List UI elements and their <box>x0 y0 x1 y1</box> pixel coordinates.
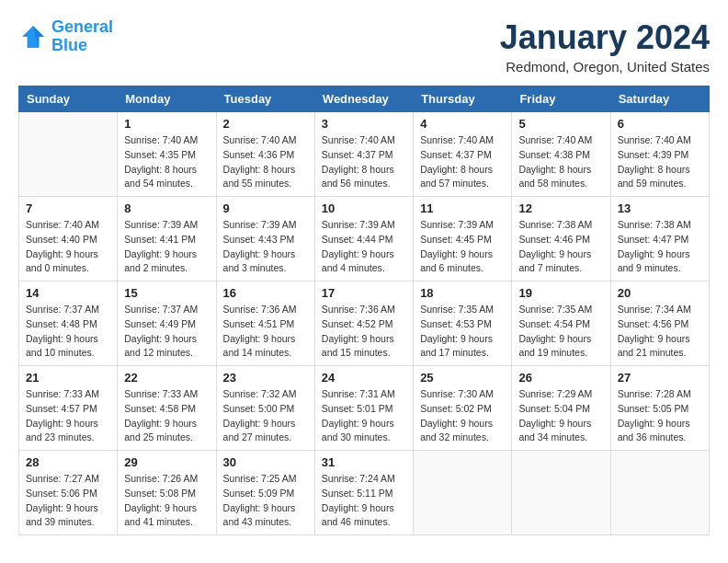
weekday-header-wednesday: Wednesday <box>314 86 413 112</box>
day-info: Sunrise: 7:39 AM Sunset: 4:45 PM Dayligh… <box>420 218 505 276</box>
day-info: Sunrise: 7:40 AM Sunset: 4:37 PM Dayligh… <box>420 133 505 191</box>
calendar-cell: 22Sunrise: 7:33 AM Sunset: 4:58 PM Dayli… <box>118 366 216 451</box>
day-info: Sunrise: 7:31 AM Sunset: 5:01 PM Dayligh… <box>322 387 406 445</box>
calendar-cell: 20Sunrise: 7:34 AM Sunset: 4:56 PM Dayli… <box>610 282 709 366</box>
day-number: 18 <box>420 286 505 300</box>
day-info: Sunrise: 7:39 AM Sunset: 4:43 PM Dayligh… <box>223 218 308 276</box>
calendar-cell: 7Sunrise: 7:40 AM Sunset: 4:40 PM Daylig… <box>19 197 118 282</box>
day-number: 25 <box>420 371 505 385</box>
weekday-header-friday: Friday <box>512 86 610 112</box>
week-row-4: 21Sunrise: 7:33 AM Sunset: 4:57 PM Dayli… <box>19 366 710 451</box>
logo-icon <box>18 22 48 52</box>
calendar-cell: 9Sunrise: 7:39 AM Sunset: 4:43 PM Daylig… <box>216 197 314 282</box>
weekday-header-monday: Monday <box>118 86 216 112</box>
day-info: Sunrise: 7:40 AM Sunset: 4:37 PM Dayligh… <box>322 133 406 191</box>
calendar-cell <box>610 451 709 535</box>
calendar-cell: 13Sunrise: 7:38 AM Sunset: 4:47 PM Dayli… <box>610 197 709 282</box>
day-number: 30 <box>223 455 308 469</box>
day-info: Sunrise: 7:35 AM Sunset: 4:54 PM Dayligh… <box>518 303 603 361</box>
day-number: 1 <box>124 117 209 131</box>
day-info: Sunrise: 7:24 AM Sunset: 5:11 PM Dayligh… <box>322 472 406 530</box>
calendar-cell: 27Sunrise: 7:28 AM Sunset: 5:05 PM Dayli… <box>610 366 709 451</box>
day-number: 6 <box>618 117 702 131</box>
calendar-cell: 11Sunrise: 7:39 AM Sunset: 4:45 PM Dayli… <box>414 197 512 282</box>
day-info: Sunrise: 7:40 AM Sunset: 4:35 PM Dayligh… <box>124 133 209 191</box>
calendar-cell: 31Sunrise: 7:24 AM Sunset: 5:11 PM Dayli… <box>314 451 413 535</box>
calendar-table: SundayMondayTuesdayWednesdayThursdayFrid… <box>18 86 710 535</box>
day-info: Sunrise: 7:40 AM Sunset: 4:36 PM Dayligh… <box>223 133 308 191</box>
day-info: Sunrise: 7:33 AM Sunset: 4:57 PM Dayligh… <box>26 387 110 445</box>
day-number: 3 <box>322 117 406 131</box>
day-number: 17 <box>322 286 406 300</box>
day-number: 29 <box>124 455 209 469</box>
day-info: Sunrise: 7:38 AM Sunset: 4:46 PM Dayligh… <box>518 218 603 276</box>
calendar-cell: 1Sunrise: 7:40 AM Sunset: 4:35 PM Daylig… <box>118 112 216 197</box>
day-number: 10 <box>322 201 406 215</box>
calendar-cell: 10Sunrise: 7:39 AM Sunset: 4:44 PM Dayli… <box>314 197 413 282</box>
calendar-cell: 26Sunrise: 7:29 AM Sunset: 5:04 PM Dayli… <box>512 366 610 451</box>
calendar-cell <box>19 112 118 197</box>
calendar-cell: 23Sunrise: 7:32 AM Sunset: 5:00 PM Dayli… <box>216 366 314 451</box>
day-number: 26 <box>518 371 603 385</box>
page-container: General Blue January 2024 Redmond, Orego… <box>18 18 710 535</box>
day-number: 14 <box>26 286 110 300</box>
calendar-cell: 14Sunrise: 7:37 AM Sunset: 4:48 PM Dayli… <box>19 282 118 366</box>
day-info: Sunrise: 7:29 AM Sunset: 5:04 PM Dayligh… <box>518 387 603 445</box>
day-number: 31 <box>322 455 406 469</box>
calendar-cell: 16Sunrise: 7:36 AM Sunset: 4:51 PM Dayli… <box>216 282 314 366</box>
day-info: Sunrise: 7:40 AM Sunset: 4:40 PM Dayligh… <box>26 218 110 276</box>
calendar-cell: 30Sunrise: 7:25 AM Sunset: 5:09 PM Dayli… <box>216 451 314 535</box>
calendar-cell: 21Sunrise: 7:33 AM Sunset: 4:57 PM Dayli… <box>19 366 118 451</box>
day-info: Sunrise: 7:30 AM Sunset: 5:02 PM Dayligh… <box>420 387 505 445</box>
day-info: Sunrise: 7:34 AM Sunset: 4:56 PM Dayligh… <box>618 303 702 361</box>
day-number: 7 <box>26 201 110 215</box>
weekday-header-sunday: Sunday <box>19 86 118 112</box>
day-info: Sunrise: 7:38 AM Sunset: 4:47 PM Dayligh… <box>618 218 702 276</box>
day-number: 11 <box>420 201 505 215</box>
day-number: 12 <box>518 201 603 215</box>
day-info: Sunrise: 7:25 AM Sunset: 5:09 PM Dayligh… <box>223 472 308 530</box>
weekday-header-row: SundayMondayTuesdayWednesdayThursdayFrid… <box>19 86 710 112</box>
calendar-cell: 6Sunrise: 7:40 AM Sunset: 4:39 PM Daylig… <box>610 112 709 197</box>
day-info: Sunrise: 7:40 AM Sunset: 4:38 PM Dayligh… <box>518 133 603 191</box>
day-number: 15 <box>124 286 209 300</box>
calendar-cell: 15Sunrise: 7:37 AM Sunset: 4:49 PM Dayli… <box>118 282 216 366</box>
calendar-cell: 25Sunrise: 7:30 AM Sunset: 5:02 PM Dayli… <box>414 366 512 451</box>
calendar-cell <box>414 451 512 535</box>
logo: General Blue <box>18 18 113 55</box>
day-number: 8 <box>124 201 209 215</box>
calendar-cell: 5Sunrise: 7:40 AM Sunset: 4:38 PM Daylig… <box>512 112 610 197</box>
day-info: Sunrise: 7:33 AM Sunset: 4:58 PM Dayligh… <box>124 387 209 445</box>
logo-line1: General <box>51 17 113 36</box>
calendar-cell: 8Sunrise: 7:39 AM Sunset: 4:41 PM Daylig… <box>118 197 216 282</box>
weekday-header-thursday: Thursday <box>414 86 512 112</box>
calendar-cell: 17Sunrise: 7:36 AM Sunset: 4:52 PM Dayli… <box>314 282 413 366</box>
day-number: 23 <box>223 371 308 385</box>
day-number: 21 <box>26 371 110 385</box>
day-info: Sunrise: 7:39 AM Sunset: 4:44 PM Dayligh… <box>322 218 406 276</box>
day-info: Sunrise: 7:40 AM Sunset: 4:39 PM Dayligh… <box>618 133 702 191</box>
day-info: Sunrise: 7:35 AM Sunset: 4:53 PM Dayligh… <box>420 303 505 361</box>
day-number: 27 <box>618 371 702 385</box>
calendar-subtitle: Redmond, Oregon, United States <box>500 59 710 75</box>
weekday-header-saturday: Saturday <box>610 86 709 112</box>
logo-text: General Blue <box>51 18 113 55</box>
day-number: 28 <box>26 455 110 469</box>
day-info: Sunrise: 7:36 AM Sunset: 4:51 PM Dayligh… <box>223 303 308 361</box>
day-info: Sunrise: 7:27 AM Sunset: 5:06 PM Dayligh… <box>26 472 110 530</box>
calendar-cell: 19Sunrise: 7:35 AM Sunset: 4:54 PM Dayli… <box>512 282 610 366</box>
day-info: Sunrise: 7:26 AM Sunset: 5:08 PM Dayligh… <box>124 472 209 530</box>
logo-line2: Blue <box>51 36 87 54</box>
calendar-title: January 2024 <box>500 18 710 57</box>
calendar-cell: 24Sunrise: 7:31 AM Sunset: 5:01 PM Dayli… <box>314 366 413 451</box>
week-row-5: 28Sunrise: 7:27 AM Sunset: 5:06 PM Dayli… <box>19 451 710 535</box>
calendar-cell: 4Sunrise: 7:40 AM Sunset: 4:37 PM Daylig… <box>414 112 512 197</box>
day-number: 24 <box>322 371 406 385</box>
day-number: 2 <box>223 117 308 131</box>
title-section: January 2024 Redmond, Oregon, United Sta… <box>500 18 710 75</box>
day-info: Sunrise: 7:37 AM Sunset: 4:48 PM Dayligh… <box>26 303 110 361</box>
day-number: 9 <box>223 201 308 215</box>
calendar-cell <box>512 451 610 535</box>
calendar-cell: 29Sunrise: 7:26 AM Sunset: 5:08 PM Dayli… <box>118 451 216 535</box>
day-number: 20 <box>618 286 702 300</box>
